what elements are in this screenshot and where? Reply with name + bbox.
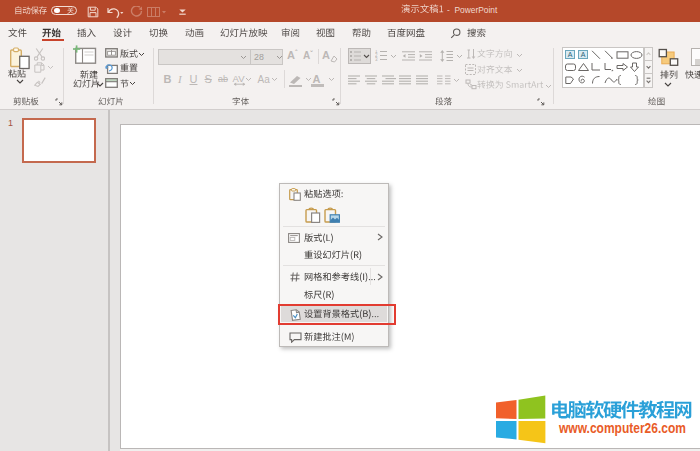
svg-text:3: 3	[375, 57, 378, 61]
svg-text:A: A	[567, 51, 572, 58]
svg-text:A: A	[580, 51, 585, 58]
